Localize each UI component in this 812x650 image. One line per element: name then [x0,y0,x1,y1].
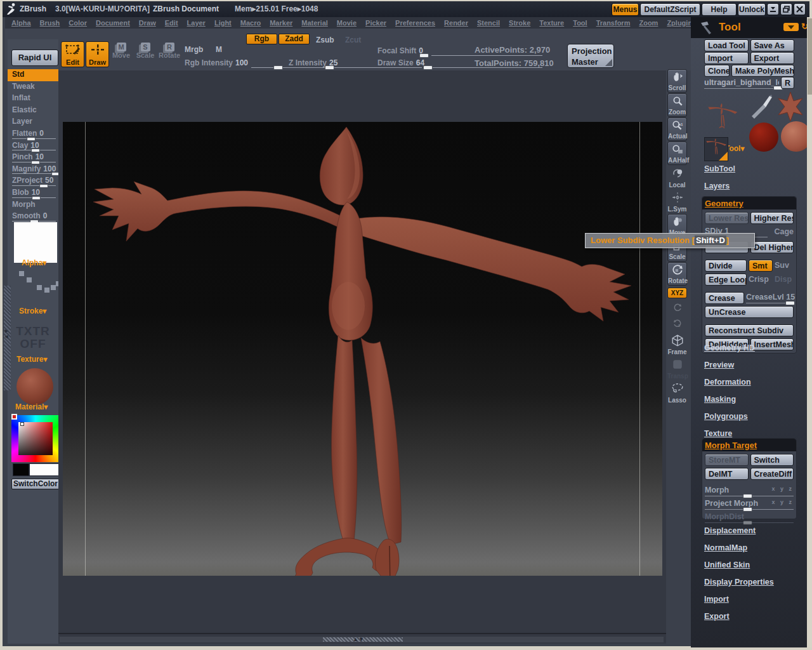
divide-button[interactable]: Divide [705,260,747,272]
scroll-view-button[interactable]: Scroll [667,69,687,93]
material-thumbnail[interactable] [16,368,53,405]
make-polymesh-button[interactable]: Make PolyMesh3D [731,65,794,77]
rapid-ui-button[interactable]: Rapid UI [11,50,58,66]
zcut-button[interactable]: Zcut [345,36,361,44]
panel-section-link[interactable]: Texture [704,429,755,438]
tool-name-slider[interactable]: ultragari_bighand_low [704,78,779,89]
layers-section[interactable]: Layers [704,182,730,190]
crease-lvl-slider[interactable]: CreaseLvl 15 [746,292,795,303]
panel-section-link[interactable]: Masking [704,395,755,404]
focal-shift-handle[interactable] [419,53,429,58]
insert-mesh-button[interactable]: InsertMesh [750,338,794,350]
sidebar-brush-item[interactable]: Layer [8,116,58,128]
switch-mt-button[interactable]: Switch [750,454,794,466]
menu-item[interactable]: Edit [165,19,178,27]
document-viewport[interactable] [63,122,662,576]
crease-button[interactable]: Crease [705,292,744,304]
stroke-selector[interactable]: Stroke▾ [19,307,46,315]
menu-item[interactable]: Material [301,19,328,27]
minimize-icon[interactable] [767,3,779,15]
menu-item[interactable]: Layer [187,19,206,27]
menus-button[interactable]: Menus [612,3,639,16]
horizontal-scrollbar[interactable]: ▲▼ [60,637,664,642]
menu-item[interactable]: Color [69,19,87,27]
rotate-cw-icon[interactable]: 2 [667,317,687,332]
material-selector[interactable]: Material▾ [15,402,48,411]
projection-master-button[interactable]: Projection Master [567,44,614,68]
actual-size-button[interactable]: x1 Actual [667,117,687,141]
rgb-button[interactable]: Rgb [246,34,277,44]
panel-section-link[interactable]: Displacement [704,526,774,535]
sidebar-brush-item[interactable]: Flatten0 [8,128,58,140]
morph-target-section-header[interactable]: Morph Target [702,439,796,451]
del-higher-button[interactable]: Del Higher [750,241,794,253]
tray-collapse-icon[interactable]: ▸◂ [5,328,8,340]
panel-section-link[interactable]: Export [704,612,774,621]
switch-color-button[interactable]: SwitchColor [11,479,60,489]
menu-item[interactable]: Render [444,19,468,27]
menu-item[interactable]: Stencil [477,19,500,27]
color-picker[interactable] [11,415,60,462]
alpha-thumbnail[interactable] [14,222,57,263]
focal-shift-slider[interactable]: Focal Shift0 [377,46,423,55]
panel-section-link[interactable]: Geometry HD [704,343,755,352]
restore-window-icon[interactable] [780,3,792,15]
panel-section-link[interactable]: Deformation [704,378,755,387]
sidebar-brush-item[interactable]: Morph [8,199,58,211]
uncrease-button[interactable]: UnCrease [705,306,794,318]
disp-toggle[interactable]: Disp [775,274,794,286]
sidebar-brush-item[interactable]: Elastic [8,105,58,117]
tool-thumb-figure[interactable] [706,91,739,140]
sculpt-model[interactable] [63,122,662,576]
subtool-section[interactable]: SubTool [704,164,735,173]
geometry-section-header[interactable]: Geometry [702,197,796,209]
tool-thumb-knife[interactable] [747,93,776,123]
alpha-selector[interactable]: Alpha▾ [22,258,46,267]
panel-scrollbar[interactable] [807,17,812,647]
stroke-thumbnail[interactable] [19,271,24,276]
rgb-intensity-slider[interactable]: Rgb Intensity100 [185,58,248,67]
scale-button[interactable]: SScale [134,43,156,59]
import-button[interactable]: Import [704,52,749,64]
rgb-intensity-handle[interactable] [273,65,283,70]
clone-button[interactable]: Clone [704,65,730,77]
panel-section-link[interactable]: Polygroups [704,412,755,421]
r-button[interactable]: R [781,77,794,89]
secondary-color-swatch[interactable] [13,463,29,476]
tool-thumb-star[interactable] [776,91,805,123]
sidebar-brush-item[interactable]: Smooth0 [8,211,58,223]
z-intensity-handle[interactable] [325,65,334,70]
default-zscript-button[interactable]: DefaultZScript [640,3,700,16]
current-tool-thumbnail[interactable] [704,137,728,161]
local-pivot-button[interactable]: Local [667,166,687,189]
zoom-view-button[interactable]: Zoom [667,93,687,117]
sidebar-brush-item[interactable]: Inflat [8,93,58,105]
menu-item[interactable]: Transform [596,19,631,27]
texture-off-thumbnail[interactable]: TXTROFF [8,325,58,350]
menu-item[interactable]: Brush [40,19,60,27]
mrgb-button[interactable]: Mrgb [185,45,203,54]
menu-item[interactable]: Marker [270,19,292,27]
aahalf-button[interactable]: AAHalf [667,142,687,165]
menu-item[interactable]: Texture [539,19,564,27]
sidebar-brush-item[interactable]: Magnify100 [8,164,58,176]
help-button[interactable]: Help [702,3,737,16]
m-button[interactable]: M [216,45,222,54]
menu-item[interactable]: Draw [139,19,156,27]
menu-item[interactable]: Zoom [639,19,658,27]
crisp-toggle[interactable]: Crisp [749,274,773,286]
draw-size-slider[interactable]: Draw Size64 [377,58,424,67]
project-morph-slider[interactable]: Project Morphx y z [705,498,794,510]
sidebar-brush-item[interactable]: ZProject50 [8,175,58,187]
load-tool-button[interactable]: Load Tool [704,39,749,51]
panel-scrollbar-handle[interactable] [808,18,812,95]
lower-res-button[interactable]: Lower Res [705,212,749,224]
rotate-ccw-icon[interactable] [667,301,687,316]
local-symmetry-button[interactable]: L.Sym [667,190,687,213]
frame-button[interactable]: Frame [667,333,687,356]
unlock-button[interactable]: Unlock [738,3,766,16]
panel-section-link[interactable]: Import [704,595,774,604]
menu-item[interactable]: Picker [365,19,386,27]
menu-item[interactable]: Macro [240,19,261,27]
lasso-button[interactable]: Lasso [667,381,687,404]
